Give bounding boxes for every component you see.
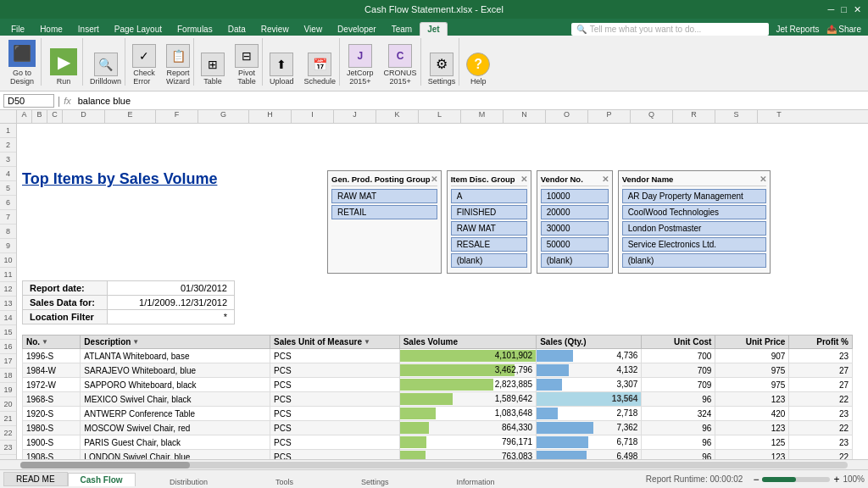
tab-developer[interactable]: Developer [330,22,384,36]
report-info-row-date: Report date: 01/30/2012 [23,281,235,296]
filter-item-raw-mat[interactable]: RAW MAT [331,189,437,203]
filter-item-ar-day[interactable]: AR Day Property Management [622,189,766,203]
table-row[interactable]: 1900-S PARIS Guest Chair, black PCS 796,… [23,435,853,450]
tab-pagelayout[interactable]: Page Layout [107,22,170,36]
cell-profit: 27 [789,363,853,378]
row-number-3: 3 [0,152,16,167]
pivot-table-icon[interactable]: ⊟ [235,44,259,68]
row-number-23: 23 [0,441,16,455]
filter-item-blank-vname[interactable]: (blank) [622,253,766,268]
row-number-22: 22 [0,426,16,441]
filter-clear-1[interactable]: ✕ [520,175,527,184]
fx-label: fx [64,96,71,106]
schedule-label: Schedule [304,77,337,86]
jetcorp-icon[interactable]: J [348,44,372,68]
tab-formulas[interactable]: Formulas [170,22,220,36]
check-error-label: CheckError [133,69,155,86]
tab-data[interactable]: Data [220,22,253,36]
filter-item-blank-vendor[interactable]: (blank) [541,253,609,268]
row-number-13: 13 [0,297,16,311]
run-label: Run [57,77,71,86]
cell-sales-vol: 864,330 [399,421,537,435]
go-to-design-icon[interactable]: ⬛ [8,40,36,67]
cell-unit-price: 975 [715,363,789,378]
filter-title-1: Item Disc. Group [451,175,515,184]
drilldown-icon[interactable]: 🔍 [94,53,118,76]
table-row[interactable]: 1980-S MOSCOW Swivel Chair, red PCS 864,… [23,421,853,435]
close-btn[interactable]: ✕ [854,4,861,15]
filter-item-service-elec[interactable]: Service Electronics Ltd. [622,237,766,252]
filter-item-blank-disc[interactable]: (blank) [451,253,527,268]
jet-reports-link[interactable]: Jet Reports [776,25,819,34]
share-link[interactable]: 📤 Share [826,25,861,34]
filter-box-gen-prod: Gen. Prod. Posting Group ✕ RAW MAT RETAI… [327,170,442,274]
filter-item-resale[interactable]: RESALE [451,237,527,252]
filter-item-20000[interactable]: 20000 [541,205,609,219]
cell-no: 1996-S [23,349,81,363]
filter-clear-3[interactable]: ✕ [760,175,766,184]
check-error-icon[interactable]: ✓ [132,44,156,68]
row-number-21: 21 [0,412,16,426]
filter-clear-0[interactable]: ✕ [431,175,437,184]
filter-item-finished[interactable]: FINISHED [451,205,527,219]
th-sales-qty: Sales (Qty.) [537,336,642,349]
report-wizard-icon[interactable]: 📋 [166,44,190,68]
formula-divider: | [58,95,60,107]
th-uom[interactable]: Sales Unit of Measure ▼ [270,336,400,349]
th-description[interactable]: Description ▼ [81,336,270,349]
cell-uom: PCS [270,421,400,435]
schedule-icon[interactable]: 📅 [308,53,331,76]
cell-unit-cost: 709 [642,363,715,378]
cell-sales-qty: 7,362 [537,421,642,435]
filter-item-coolwood[interactable]: CoolWood Technologies [622,205,766,219]
th-no[interactable]: No. ▼ [23,336,81,349]
row-number-1: 1 [0,124,16,138]
filter-box-item-disc: Item Disc. Group ✕ A FINISHED RAW MAT RE… [447,170,531,274]
tab-file[interactable]: File [3,22,32,36]
settings-icon[interactable]: ⚙ [430,53,453,76]
table-row[interactable]: 1968-S MEXICO Swivel Chair, black PCS 1,… [23,392,853,407]
table-row[interactable]: 1984-W SARAJEVO Whiteboard, blue PCS 3,4… [23,363,853,378]
filter-item-10000[interactable]: 10000 [541,189,609,203]
row-number-4: 4 [0,167,16,181]
row-number-14: 14 [0,311,16,325]
cronus-icon[interactable]: C [388,44,412,68]
upload-icon[interactable]: ⬆ [270,53,293,76]
tab-view[interactable]: View [297,22,331,36]
table-icon[interactable]: ⊞ [201,53,225,76]
filter-item-30000[interactable]: 30000 [541,221,609,236]
filter-clear-2[interactable]: ✕ [602,175,609,184]
tab-jet[interactable]: Jet [420,22,447,36]
formula-input[interactable] [75,96,865,106]
table-row[interactable]: 1972-W SAPPORO Whiteboard, black PCS 2,8… [23,378,853,392]
filter-title-3: Vendor Name [622,175,674,184]
name-box[interactable] [3,94,54,108]
filter-title-0: Gen. Prod. Posting Group [331,175,431,184]
tab-review[interactable]: Review [253,22,297,36]
filter-item-rawmat[interactable]: RAW MAT [451,221,527,236]
ribbon-search[interactable]: Tell me what you want to do... [590,25,702,34]
help-icon[interactable]: ? [466,53,490,76]
cell-unit-price: 123 [715,392,789,407]
table-row[interactable]: 1920-S ANTWERP Conference Table PCS 1,08… [23,407,853,421]
ribbon-group-drilldown: 🔍 Drilldown [86,38,125,86]
row-number-7: 7 [0,210,16,225]
filter-item-retail[interactable]: RETAIL [331,205,437,219]
tab-home[interactable]: Home [32,22,70,36]
table-row[interactable]: 1996-S ATLANTA Whiteboard, base PCS 4,10… [23,349,853,363]
table-row[interactable]: 1908-S LONDON Swivel Chair, blue PCS 763… [23,450,853,460]
cell-sales-qty: 3,307 [537,378,642,392]
cell-sales-qty: 6,498 [537,450,642,460]
maximize-btn[interactable]: □ [841,4,847,15]
row-number-19: 19 [0,383,16,397]
tab-team[interactable]: Team [384,22,420,36]
minimize-btn[interactable]: ─ [828,4,835,15]
filter-item-50000[interactable]: 50000 [541,237,609,252]
filter-item-london-post[interactable]: London Postmaster [622,221,766,236]
cell-sales-vol: 4,101,902 [399,349,537,363]
cell-unit-price: 123 [715,450,789,460]
run-icon[interactable]: ▶ [50,48,77,75]
tab-insert[interactable]: Insert [70,22,107,36]
filter-item-a[interactable]: A [451,189,527,203]
row-number-10: 10 [0,253,16,268]
